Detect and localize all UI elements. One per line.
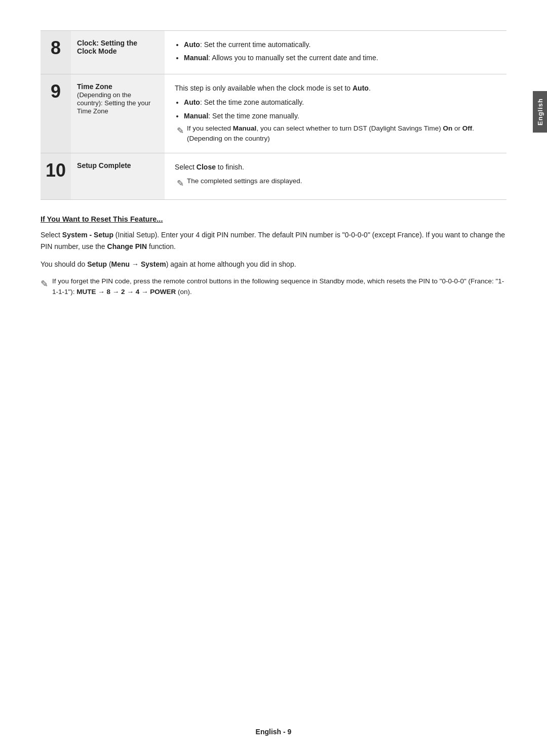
- note-line-10: ✎ The completed settings are displayed.: [175, 176, 496, 190]
- table-row: 8 Clock: Setting the Clock Mode Auto: Se…: [41, 31, 506, 74]
- step-label-main-10: Setup Complete: [77, 161, 131, 170]
- side-tab-english: English: [533, 91, 547, 133]
- page-content: 8 Clock: Setting the Clock Mode Auto: Se…: [41, 30, 506, 297]
- note-line-9: ✎ If you selected Manual, you can select…: [175, 123, 496, 144]
- table-row: 9 Time Zone (Depending on the country): …: [41, 74, 506, 153]
- page-footer: English - 9: [0, 728, 547, 736]
- reset-section-heading: If You Want to Reset This Feature...: [41, 215, 506, 223]
- reset-note-icon: ✎: [41, 277, 48, 291]
- step-label-main-8: Clock: Setting the Clock Mode: [77, 39, 137, 55]
- reset-para1: Select System - Setup (Initial Setup). E…: [41, 229, 506, 253]
- table-row: 10 Setup Complete Select Close to finish…: [41, 153, 506, 200]
- step-number-9: 9: [41, 74, 71, 153]
- step-label-sub-9: (Depending on the country): Setting the …: [77, 91, 150, 115]
- step-label-8: Clock: Setting the Clock Mode: [71, 31, 165, 74]
- reset-note-text: If you forget the PIN code, press the re…: [52, 276, 506, 297]
- step-content-10: Select Close to finish. ✎ The completed …: [165, 153, 506, 200]
- footer-label: English - 9: [256, 728, 292, 736]
- step-number-8: 8: [41, 31, 71, 74]
- side-tab-label: English: [536, 98, 544, 125]
- step-label-main-9: Time Zone: [77, 82, 112, 91]
- step-content-9: This step is only available when the clo…: [165, 74, 506, 153]
- note-icon-10: ✎: [177, 177, 184, 190]
- note-text-10: The completed settings are displayed.: [187, 176, 302, 186]
- reset-para2: You should do Setup (Menu → System) agai…: [41, 259, 506, 270]
- step-number-10: 10: [41, 153, 71, 200]
- note-icon-9: ✎: [177, 124, 184, 138]
- step-label-10: Setup Complete: [71, 153, 165, 200]
- note-text-9: If you selected Manual, you can select w…: [187, 123, 496, 144]
- step-label-9: Time Zone (Depending on the country): Se…: [71, 74, 165, 153]
- reset-note-block: ✎ If you forget the PIN code, press the …: [41, 276, 506, 297]
- step-content-8: Auto: Set the current time automatically…: [165, 31, 506, 74]
- setup-table: 8 Clock: Setting the Clock Mode Auto: Se…: [41, 30, 506, 200]
